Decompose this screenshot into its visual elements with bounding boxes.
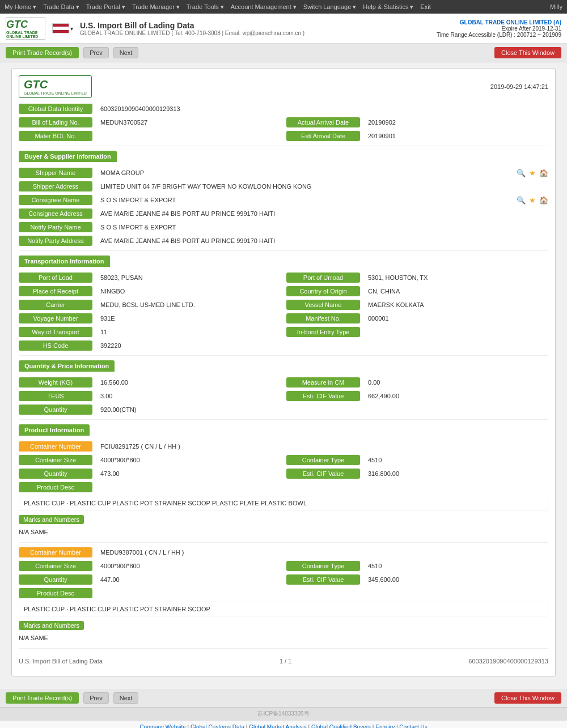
footer-company-website[interactable]: Company Website [139,724,186,728]
country-of-origin-group: Country of Origin CN, CHINA [286,286,548,296]
shipper-address-row: Shipper Address LIMITED UNIT 04 7/F BRIG… [19,181,548,191]
port-of-unload-value: 5301, HOUSTON, TX [363,273,548,283]
way-of-transport-value: 11 [96,327,281,337]
footer-global-customs[interactable]: Global Customs Data [191,724,244,728]
bottom-toolbar: Print Trade Record(s) Prev Next Close Th… [0,689,567,708]
weight-kg-label: Weight (KG) [19,377,92,388]
footer-global-buyers[interactable]: Global Qualified Buyers [311,724,371,728]
marks-numbers-1: Marks and Numbers N/A SAME [19,619,548,644]
consignee-address-value: AVE MARIE JEANNE #4 BIS PORT AU PRINCE 9… [96,208,548,219]
quantity-price-section: Quantity & Price Information Weight (KG)… [19,360,548,415]
company-line: GLOBAL TRADE ONLINE LIMITED ( Tel: 400-7… [80,30,437,36]
expire-date: Expire After 2019-12-31 [437,25,561,32]
nav-trade-data[interactable]: Trade Data ▾ [43,3,79,11]
footer-left: U.S. Import Bill of Lading Data [19,658,103,665]
close-button-bottom[interactable]: Close This Window [494,692,561,704]
bol-row: Bill of Lading No. MEDUN3700527 Actual A… [19,117,548,127]
header-bar: GTC GLOBAL TRADE ONLINE LIMITED ▾ U.S. I… [0,14,567,44]
next-button-top[interactable]: Next [113,47,139,58]
teus-label: TEUS [19,391,92,401]
notify-party-address-row: Notify Party Address AVE MARIE JEANNE #4… [19,236,548,246]
teus-group: TEUS 3.00 [19,391,281,401]
consignee-star-icon[interactable]: ★ [529,196,536,205]
nav-trade-manager[interactable]: Trade Manager ▾ [132,3,180,11]
product-desc-value-1: PLASTIC CUP · PLASTIC CUP PLASTIC POT ST… [19,602,548,616]
product-cif-group-0: Esti. CIF Value 316,800.00 [286,469,548,479]
shipper-search-icon[interactable]: 🔍 [517,169,526,177]
notify-party-name-label: Notify Party Name [19,222,92,232]
product-information-section: Product Information Container Number FCI… [19,424,548,644]
esti-arrival-group: Esti Arrival Date 20190901 [286,131,548,141]
teus-value: 3.00 [96,391,281,401]
bottom-footer: Company Website | Global Customs Data | … [0,720,567,728]
gtc-subtitle: GLOBAL TRADE ONLINE LIMITED [6,31,45,39]
prev-button-bottom[interactable]: Prev [83,692,109,704]
esti-cif-group: Esti. CIF Value 662,490.00 [286,391,548,401]
product-desc-value-0: PLASTIC CUP · PLASTIC CUP PLASTIC POT ST… [19,496,548,510]
product-cif-value-1: 345,600.00 [363,574,548,585]
notify-party-address-value: AVE MARIE JEANNE #4 BIS PORT AU PRINCE 9… [96,236,548,246]
footer-global-market[interactable]: Global Market Analysis [249,724,307,728]
receipt-origin-row: Place of Receipt NINGBO Country of Origi… [19,286,548,296]
nav-my-home[interactable]: My Home ▾ [5,3,36,11]
nav-account-management[interactable]: Account Management ▾ [231,3,297,11]
container-number-value-1: MEDU9387001 ( CN / L / HH ) [96,547,548,557]
product-item-0: Container Number FCIU8291725 ( CN / L / … [19,441,548,538]
global-data-identity-label: Global Data Identity [19,104,92,114]
nav-switch-language[interactable]: Switch Language ▾ [303,3,356,11]
mater-bol-label: Mater BOL No. [19,131,92,141]
title-area: U.S. Import Bill of Lading Data GLOBAL T… [80,21,437,36]
nav-trade-portal[interactable]: Trade Portal ▾ [86,3,125,11]
measure-cm-value: 0.00 [363,377,548,388]
gtc-logo: GTC [6,19,28,30]
flag-area: ▾ [52,23,73,33]
next-button-bottom[interactable]: Next [113,692,139,704]
us-flag [52,23,69,33]
weight-measure-row: Weight (KG) 16,560.00 Measure in CM 0.00 [19,377,548,388]
container-size-value-1: 4000*900*800 [96,561,281,571]
nav-help-statistics[interactable]: Help & Statistics ▾ [363,3,413,11]
nav-trade-tools[interactable]: Trade Tools ▾ [187,3,224,11]
product-qty-group-0: Quantity 473.00 [19,469,281,479]
container-number-row-0: Container Number FCIU8291725 ( CN / L / … [19,441,548,452]
nav-exit[interactable]: Exit [420,3,430,10]
footer-contact[interactable]: Contact Us [399,724,427,728]
esti-cif-value: 662,490.00 [363,391,548,401]
footer-enquiry[interactable]: Enquiry [375,724,395,728]
icp-number: 苏ICP备14033305号 [0,708,567,720]
container-type-label-0: Container Type [286,455,360,465]
prev-button-top[interactable]: Prev [83,47,109,58]
hs-code-value: 392220 [96,340,548,351]
print-button-top[interactable]: Print Trade Record(s) [6,47,79,58]
quantity-value: 920.00(CTN) [96,405,548,415]
container-size-type-row-0: Container Size 4000*900*800 Container Ty… [19,455,548,465]
record-card: GTC GLOBAL TRADE ONLINE LIMITED 2019-09-… [11,68,556,676]
product-item-1: Container Number MEDU9387001 ( CN / L / … [19,547,548,644]
country-of-origin-label: Country of Origin [286,286,360,296]
hs-code-row: HS Code 392220 [19,340,548,351]
consignee-home-icon[interactable]: 🏠 [539,196,548,205]
notify-party-address-label: Notify Party Address [19,236,92,246]
flag-dropdown[interactable]: ▾ [70,25,73,32]
print-button-bottom[interactable]: Print Trade Record(s) [6,692,79,704]
marks-numbers-label-0: Marks and Numbers [19,515,84,524]
buyer-supplier-header: Buyer & Supplier Information [19,151,117,162]
marks-numbers-label-1: Marks and Numbers [19,621,84,630]
consignee-search-icon[interactable]: 🔍 [517,196,526,205]
product-cif-value-0: 316,800.00 [363,469,548,479]
bol-no-group: Bill of Lading No. MEDUN3700527 [19,117,281,127]
product-qty-cif-row-1: Quantity 447.00 Esti. CIF Value 345,600.… [19,574,548,585]
actual-arrival-group: Actual Arrival Date 20190902 [286,117,548,127]
shipper-star-icon[interactable]: ★ [529,169,536,177]
shipper-home-icon[interactable]: 🏠 [539,169,548,177]
mater-bol-value [96,134,281,138]
top-toolbar: Print Trade Record(s) Prev Next Close Th… [0,44,567,62]
product-desc-label-0: Product Desc [19,482,92,492]
shipper-name-value: MOMA GROUP [96,168,513,178]
consignee-name-value: S O S IMPORT & EXPORT [96,195,513,205]
close-button-top[interactable]: Close This Window [494,47,561,58]
product-qty-label-0: Quantity [19,469,92,479]
buyer-supplier-section: Buyer & Supplier Information Shipper Nam… [19,151,548,246]
container-type-group-1: Container Type 4510 [286,561,548,571]
place-of-receipt-value: NINGBO [96,286,281,296]
